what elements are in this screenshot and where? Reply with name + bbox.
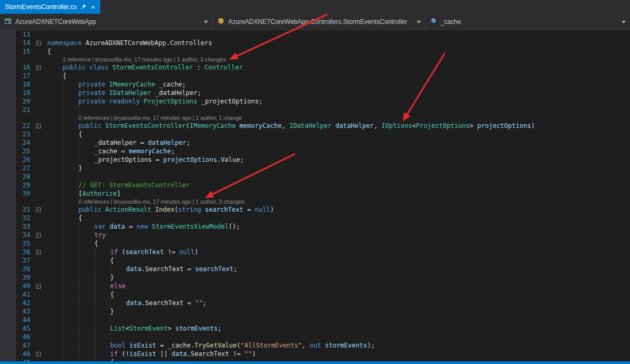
fold-margin[interactable] [32,56,44,63]
code-content[interactable]: { [44,239,630,248]
code-line[interactable]: 32{ [0,214,630,222]
code-content[interactable]: List<StormEvent> stormEvents; [44,324,630,333]
code-content[interactable] [44,172,630,181]
breakpoint-margin[interactable] [0,56,16,63]
breakpoint-margin[interactable] [0,155,16,164]
code-content[interactable] [44,333,630,341]
code-line[interactable]: 48−if (!isExist || data.SearchText != ""… [0,350,630,358]
breakpoint-margin[interactable] [0,130,16,138]
code-content[interactable]: public ActionResult Index(string searchT… [44,205,630,214]
breakpoint-margin[interactable] [0,248,16,256]
fold-margin[interactable] [32,47,44,56]
code-content[interactable]: else [44,282,630,290]
code-line[interactable]: 24_dataHelper = dataHelper; [0,138,630,147]
code-line[interactable]: 20private readonly ProjectOptions _proje… [0,97,630,106]
fold-collapse-icon[interactable]: − [36,233,41,238]
code-editor[interactable]: 1314−namespace AzureADXNETCoreWebApp.Con… [0,30,630,364]
fold-margin[interactable] [32,30,44,39]
code-line[interactable]: 37{ [0,256,630,265]
code-line[interactable]: 13 [0,30,630,39]
fold-margin[interactable]: − [32,350,44,358]
code-content[interactable]: if (!isExist || data.SearchText != "") [44,350,630,358]
code-content[interactable] [44,30,630,39]
code-line[interactable]: 31−public ActionResult Index(string sear… [0,205,630,214]
breakpoint-margin[interactable] [0,299,16,307]
fold-margin[interactable] [32,189,44,198]
breakpoint-margin[interactable] [0,324,16,333]
breakpoint-margin[interactable] [0,307,16,316]
code-content[interactable]: { [44,130,630,138]
code-content[interactable]: { [44,72,630,80]
code-content[interactable]: bool isExist = _cache.TryGetValue("AllSt… [44,341,630,350]
code-content[interactable]: [Authorize] [44,189,630,198]
fold-collapse-icon[interactable]: − [36,284,41,289]
breakpoint-margin[interactable] [0,341,16,350]
code-content[interactable]: } [44,273,630,282]
fold-margin[interactable] [32,198,44,205]
code-content[interactable]: data.SearchText = searchText; [44,265,630,273]
project-dropdown[interactable]: AzureADXNETCoreWebApp [0,14,213,30]
breakpoint-margin[interactable] [0,198,16,205]
code-content[interactable]: _dataHelper = dataHelper; [44,138,630,147]
fold-collapse-icon[interactable]: − [36,207,41,212]
code-line[interactable]: 27} [0,164,630,172]
code-line[interactable]: 23{ [0,130,630,138]
fold-margin[interactable] [32,214,44,222]
fold-collapse-icon[interactable]: − [36,41,41,46]
codelens-content[interactable]: 0 references | bryansoltis-ms, 17 minute… [44,198,630,205]
breakpoint-margin[interactable] [0,205,16,214]
codelens-row[interactable]: 0 references | bryansoltis-ms, 17 minute… [0,198,630,205]
breakpoint-margin[interactable] [0,333,16,341]
code-line[interactable]: 19private IDataHelper _dataHelper; [0,89,630,97]
fold-margin[interactable] [32,164,44,172]
fold-margin[interactable] [32,341,44,350]
breakpoint-margin[interactable] [0,89,16,97]
fold-margin[interactable] [32,130,44,138]
code-content[interactable]: // GET: StormEventsController [44,181,630,189]
breakpoint-margin[interactable] [0,30,16,39]
code-line[interactable]: 45List<StormEvent> stormEvents; [0,324,630,333]
fold-margin[interactable] [32,147,44,155]
pin-icon[interactable] [80,4,87,10]
breakpoint-margin[interactable] [0,122,16,130]
fold-margin[interactable] [32,72,44,80]
code-line[interactable]: 46 [0,333,630,341]
type-dropdown[interactable]: AzureADXNETCoreWebApp.Controllers.StormE… [213,14,426,30]
codelens-row[interactable]: 0 references | bryansoltis-ms, 17 minute… [0,114,630,122]
code-line[interactable]: 14−namespace AzureADXNETCoreWebApp.Contr… [0,39,630,47]
code-content[interactable] [44,316,630,324]
code-content[interactable]: { [44,214,630,222]
fold-margin[interactable] [32,299,44,307]
fold-margin[interactable] [32,106,44,114]
breakpoint-margin[interactable] [0,39,16,47]
breakpoint-margin[interactable] [0,189,16,198]
fold-margin[interactable] [32,97,44,106]
fold-margin[interactable]: − [32,205,44,214]
code-line[interactable]: 38data.SearchText = searchText; [0,265,630,273]
code-content[interactable]: { [44,256,630,265]
code-content[interactable]: private IDataHelper _dataHelper; [44,89,630,97]
code-content[interactable]: if (searchText != null) [44,248,630,256]
code-line[interactable]: 28 [0,172,630,181]
fold-margin[interactable]: − [32,231,44,239]
codelens-text[interactable]: 1 reference | bryansoltis-ms, 17 minutes… [63,56,226,63]
fold-margin[interactable] [32,114,44,122]
code-line[interactable]: 18private IMemoryCache _cache; [0,80,630,89]
code-content[interactable]: private IMemoryCache _cache; [44,80,630,89]
codelens-row[interactable]: 1 reference | bryansoltis-ms, 17 minutes… [0,56,630,63]
fold-margin[interactable] [32,316,44,324]
breakpoint-margin[interactable] [0,256,16,265]
code-line[interactable]: 21 [0,106,630,114]
code-content[interactable]: private readonly ProjectOptions _project… [44,97,630,106]
fold-margin[interactable] [32,333,44,341]
code-line[interactable]: 43} [0,307,630,316]
fold-margin[interactable] [32,222,44,231]
code-content[interactable]: public class StormEventsController : Con… [44,63,630,72]
fold-margin[interactable] [32,138,44,147]
fold-margin[interactable]: − [32,39,44,47]
fold-margin[interactable] [32,155,44,164]
code-line[interactable]: 26_projectOptions = projectOptions.Value… [0,155,630,164]
fold-margin[interactable] [32,239,44,248]
code-content[interactable]: _cache = memoryCache; [44,147,630,155]
breakpoint-margin[interactable] [0,265,16,273]
